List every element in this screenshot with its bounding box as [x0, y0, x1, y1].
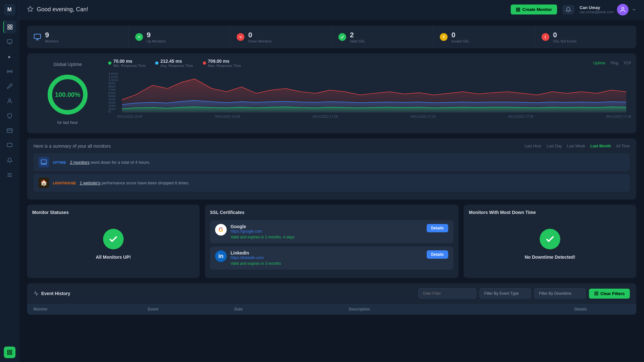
sidebar-item-window[interactable] [3, 139, 16, 152]
event-history-section: Event History Filter By Event Type Filte… [27, 283, 636, 315]
header-right: Create Monitor Can Umay can.umay@peyk.co… [511, 4, 636, 15]
stat-down-monitors[interactable]: 0 Down Monitors [230, 26, 332, 48]
chart-x-labels: 04/11/2022 16:48 04/11/2022 16:58 04/11/… [108, 114, 631, 118]
filter-last-week[interactable]: Last Week [567, 144, 585, 148]
stats-row: 9 Monitors 9 Up Monitors [27, 26, 636, 48]
response-chart: 1200 1100 1000 900 800 700 600 500 400 3… [108, 71, 631, 128]
svg-point-6 [9, 99, 11, 101]
monitor-statuses-title: Monitor Statuses [32, 210, 194, 215]
stat-invalid-ssl[interactable]: ? 0 Invalid SSL [433, 26, 535, 48]
ssl-not-exists-count: 0 [553, 31, 557, 39]
filter-last-day[interactable]: Last Day [546, 144, 562, 148]
svg-rect-41 [597, 292, 598, 293]
invalid-ssl-count: 0 [451, 31, 455, 39]
ssl-linkedin-url[interactable]: https://linkedin.com [231, 255, 423, 260]
stat-valid-ssl[interactable]: 2 Valid SSL [332, 26, 434, 48]
svg-text:300: 300 [108, 101, 116, 104]
date-filter-input[interactable] [418, 288, 476, 299]
lighthouse-alert-content: LIGHTHOUSE 1 website's performance score… [53, 181, 189, 185]
max-dot [203, 61, 206, 65]
svg-text:1200: 1200 [108, 72, 118, 75]
sidebar-item-rocket[interactable] [3, 80, 16, 93]
alert-uptime: UPTIME 2 monitors went down for a total … [33, 153, 630, 171]
min-label: Min. Response Time [113, 64, 146, 68]
max-label: Max. Response Time [208, 64, 241, 68]
uptime-alert-link[interactable]: 2 monitors [70, 160, 90, 165]
all-up-label: All Monitors UP! [96, 255, 131, 260]
monitors-count: 9 [45, 31, 49, 39]
stat-ssl-not-exists[interactable]: ! 0 SSL Not Exists [535, 26, 637, 48]
ssl-card-linkedin: in Linkedin https://linkedin.com Valid a… [210, 246, 453, 270]
svg-rect-22 [34, 34, 41, 39]
donut-chart: 100.00% [45, 72, 90, 117]
svg-rect-7 [7, 129, 12, 133]
lighthouse-alert-link[interactable]: 1 website's [80, 181, 100, 185]
user-profile[interactable]: Can Umay can.umay@peyk.com [580, 4, 636, 15]
col-date: Date [234, 307, 346, 311]
uptime-right: 70.00 ms Min. Response Time 212.45 ms Av… [108, 59, 631, 128]
valid-ssl-icon [338, 33, 346, 41]
sidebar-item-monitor[interactable] [3, 35, 16, 48]
svg-rect-40 [595, 292, 596, 293]
ssl-linkedin-status: Valid and expires in 3 months [231, 261, 423, 266]
metric-min: 70.00 ms Min. Response Time [108, 59, 146, 68]
summary-header: Here is a summary of your all monitors L… [33, 144, 630, 149]
filter-last-month[interactable]: Last Month [590, 144, 611, 148]
sidebar-green-button[interactable] [4, 347, 15, 358]
svg-text:200: 200 [108, 104, 116, 107]
stat-down-monitors-info: 0 Down Monitors [248, 31, 272, 43]
filter-last-hour[interactable]: Last Hour [525, 144, 541, 148]
clear-filters-button[interactable]: Clear Filters [589, 289, 630, 299]
all-up-container: All Monitors UP! [32, 220, 194, 268]
sidebar-item-monitor-expand[interactable]: ▶ [3, 50, 16, 63]
svg-text:400: 400 [108, 97, 116, 101]
svg-rect-43 [597, 294, 598, 295]
header: Good evening, Can! Create Monitor Can Um… [19, 0, 644, 19]
sidebar-item-dashboard[interactable] [3, 21, 16, 33]
sidebar-item-billing[interactable] [3, 124, 16, 137]
lighthouse-alert-text: performance score have been dropped 6 ti… [101, 181, 189, 185]
svg-text:1100: 1100 [108, 75, 118, 78]
monitors-label: Monitors [45, 39, 59, 43]
stat-monitors[interactable]: 9 Monitors [27, 26, 129, 48]
chart-tabs: Uptime Ping TCP [593, 61, 631, 65]
svg-rect-19 [516, 10, 518, 11]
filter-all-time[interactable]: All Time [616, 144, 630, 148]
event-history-header: Event History Filter By Event Type Filte… [27, 283, 636, 304]
sidebar: M ▶ [0, 0, 19, 362]
sidebar-item-menu[interactable] [3, 169, 16, 181]
uptime-alert-icon [39, 157, 49, 167]
ssl-google-status: Valid and expires in 2 months, 4 days [231, 235, 423, 239]
create-monitor-button[interactable]: Create Monitor [511, 5, 557, 14]
clear-filters-icon [594, 291, 599, 296]
event-type-filter[interactable]: Filter By Event Type [479, 288, 531, 299]
stat-up-monitors-info: 9 Up Monitors [147, 31, 166, 43]
svg-rect-13 [7, 350, 9, 352]
ssl-not-exists-icon: ! [542, 33, 549, 41]
svg-point-5 [9, 71, 10, 72]
sidebar-logo[interactable]: M [4, 4, 15, 15]
downtime-filter[interactable]: Filter By Downtime [534, 288, 586, 299]
chart-tab-uptime[interactable]: Uptime [593, 61, 605, 65]
ssl-google-url[interactable]: https://google.com [231, 229, 423, 234]
down-monitors-icon [237, 33, 244, 41]
chart-tab-ping[interactable]: Ping [611, 61, 618, 65]
sidebar-item-shield[interactable] [3, 109, 16, 122]
ssl-linkedin-details-button[interactable]: Details [427, 250, 448, 259]
dropdown-chevron-icon [632, 7, 636, 12]
user-avatar[interactable] [617, 4, 629, 15]
svg-rect-0 [8, 25, 9, 26]
ssl-google-details-button[interactable]: Details [427, 224, 448, 232]
col-event: Event [148, 307, 231, 311]
sidebar-item-user[interactable] [3, 95, 16, 107]
up-monitors-label: Up Monitors [147, 39, 166, 43]
chart-tab-tcp[interactable]: TCP [623, 61, 631, 65]
ssl-google-name: Google [231, 224, 423, 229]
content-area: 9 Monitors 9 Up Monitors [19, 19, 644, 362]
sidebar-item-radio[interactable] [3, 65, 16, 78]
stat-up-monitors[interactable]: 9 Up Monitors [129, 26, 231, 48]
svg-rect-20 [518, 10, 520, 11]
sidebar-item-bell[interactable] [3, 154, 16, 167]
metric-max: 709.00 ms Max. Response Time [203, 59, 241, 68]
global-uptime-title: Global Uptime [53, 62, 82, 67]
